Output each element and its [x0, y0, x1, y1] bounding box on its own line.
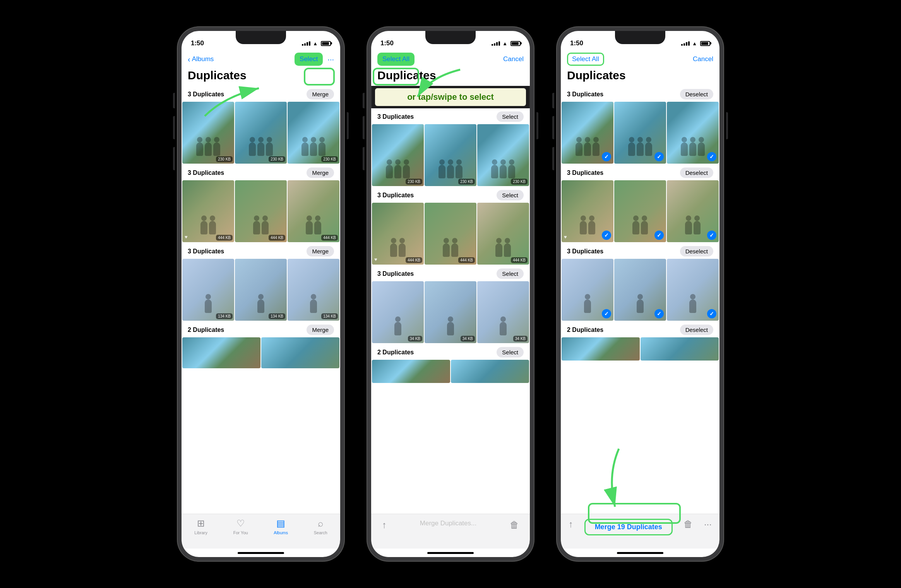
- notch-3: [615, 31, 665, 44]
- page-title-3: Duplicates: [567, 69, 713, 82]
- nav-bar-1: ‹ Albums Select ···: [182, 50, 340, 69]
- photo-check: ✓: [602, 152, 611, 161]
- status-icons-3: ▲: [681, 41, 710, 46]
- photo-size-badge: 230 KB: [511, 179, 528, 185]
- select-button-1[interactable]: Select: [295, 53, 323, 66]
- dup-header-2-1: 3 Duplicates Select: [371, 108, 530, 124]
- page-title-bar-2: Duplicates: [371, 69, 530, 86]
- tab-foryou-label-1: For You: [233, 530, 248, 535]
- silent-switch: [173, 93, 175, 108]
- merge-19-duplicates-button[interactable]: Merge 19 Duplicates: [584, 519, 673, 535]
- library-icon: ⊞: [197, 518, 205, 529]
- select-all-button-2[interactable]: Select All: [377, 53, 415, 66]
- photo-strip-2-2: ♥ 444 KB 444 KB 444 KB: [371, 203, 530, 265]
- phone3-wrapper: 1:50 ▲ Select All Cancel Duplicates: [557, 27, 723, 561]
- photo-cell: [261, 337, 339, 368]
- merge-button-1-4[interactable]: Merge: [307, 325, 334, 335]
- photo-strip-1-3: 134 KB 134 KB 134 KB: [182, 259, 340, 321]
- tab-search-1[interactable]: ⌕ Search: [314, 518, 327, 535]
- deselect-button-3-1[interactable]: Deselect: [680, 89, 713, 99]
- more-icon-3[interactable]: ···: [704, 519, 712, 530]
- battery-fill-2: [512, 42, 519, 45]
- select-group-button-2-2[interactable]: Select: [497, 190, 524, 200]
- heart-icon: ♥: [564, 234, 567, 240]
- battery-icon-1: [321, 41, 331, 46]
- select-all-button-3[interactable]: Select All: [567, 53, 604, 66]
- photo-strip-1-4: [182, 337, 340, 368]
- signal-icon-2: [492, 41, 500, 46]
- tab-bar-1: ⊞ Library ♡ For You ▤ Albums ⌕ Search: [182, 514, 340, 549]
- photo-check: ✓: [602, 231, 611, 240]
- deselect-button-3-2[interactable]: Deselect: [680, 168, 713, 178]
- photo-cell: 230 KB: [425, 124, 476, 186]
- trash-icon-2[interactable]: 🗑: [510, 520, 519, 530]
- photo-size-badge: 230 KB: [321, 156, 338, 162]
- photo-cell: 230 KB: [477, 124, 529, 186]
- dup-group-3-4: 2 Duplicates Deselect: [561, 321, 719, 361]
- photo-strip-3-2: ♥ ✓ ✓ ✓: [561, 180, 719, 242]
- home-indicator-2: [371, 549, 530, 557]
- nav-bar-3: Select All Cancel: [561, 50, 719, 69]
- photo-cell: [641, 337, 719, 361]
- status-icons-1: ▲: [302, 41, 331, 46]
- select-group-button-2-3[interactable]: Select: [497, 268, 524, 279]
- deselect-button-3-4[interactable]: Deselect: [680, 325, 713, 335]
- cancel-button-2[interactable]: Cancel: [503, 55, 524, 63]
- photo-cell: ♥ ✓: [562, 180, 613, 242]
- nav-bar-2: Select All Cancel: [371, 50, 530, 69]
- dup-group-3-1: 3 Duplicates Deselect ✓ ✓ ✓: [561, 86, 719, 164]
- dup-label-1-1: 3 Duplicates: [188, 91, 224, 98]
- photo-cell: 444 KB: [425, 203, 476, 265]
- power-button-2: [536, 112, 538, 139]
- merge-button-1-1[interactable]: Merge: [307, 89, 334, 99]
- photo-size-badge: 444 KB: [321, 235, 338, 241]
- dup-label-3-2: 3 Duplicates: [567, 169, 603, 176]
- photo-size-badge: 34 KB: [408, 336, 422, 342]
- select-group-button-2-4[interactable]: Select: [497, 347, 524, 357]
- volume-up-button-3: [552, 116, 554, 139]
- more-button-1[interactable]: ···: [327, 55, 334, 64]
- dup-header-1-4: 2 Duplicates Merge: [182, 321, 340, 337]
- photo-size-badge: 34 KB: [513, 336, 528, 342]
- photo-cell: 230 KB: [235, 102, 287, 164]
- select-group-button-2-1[interactable]: Select: [497, 111, 524, 122]
- merge-duplicates-label: Merge Duplicates...: [420, 520, 476, 527]
- home-bar-1: [238, 552, 284, 554]
- notch: [236, 31, 286, 44]
- volume-down-button-2: [363, 147, 365, 170]
- photo-size-badge: 444 KB: [458, 257, 475, 263]
- dup-header-3-2: 3 Duplicates Deselect: [561, 164, 719, 180]
- back-button-1[interactable]: ‹ Albums: [188, 55, 214, 64]
- scroll-content-3: 3 Duplicates Deselect ✓ ✓ ✓: [561, 86, 719, 514]
- merge-button-1-3[interactable]: Merge: [307, 246, 334, 256]
- dup-label-1-3: 3 Duplicates: [188, 248, 224, 255]
- photo-cell: ✓: [614, 102, 666, 164]
- tab-search-label-1: Search: [314, 530, 327, 535]
- heart-icon: ♥: [374, 256, 377, 262]
- dup-header-1-1: 3 Duplicates Merge: [182, 86, 340, 102]
- notch-2: [425, 31, 476, 44]
- battery-icon-3: [700, 41, 710, 46]
- tab-library-1[interactable]: ⊞ Library: [194, 518, 207, 535]
- photo-size-badge: 134 KB: [321, 313, 338, 319]
- tab-foryou-1[interactable]: ♡ For You: [233, 518, 248, 535]
- status-time-1: 1:50: [191, 39, 204, 47]
- share-icon-3[interactable]: ↑: [569, 519, 573, 530]
- photo-size-badge: 34 KB: [461, 336, 475, 342]
- dup-header-3-1: 3 Duplicates Deselect: [561, 86, 719, 102]
- cancel-button-3[interactable]: Cancel: [693, 55, 713, 63]
- share-icon-2[interactable]: ↑: [382, 520, 387, 530]
- home-indicator-3: [561, 549, 719, 557]
- photo-strip-3-4: [561, 337, 719, 361]
- trash-icon-3[interactable]: 🗑: [683, 519, 693, 530]
- photo-cell: [372, 360, 450, 383]
- dup-group-3-2: 3 Duplicates Deselect ♥ ✓ ✓ ✓: [561, 164, 719, 242]
- albums-icon: ▤: [276, 518, 285, 529]
- deselect-button-3-3[interactable]: Deselect: [680, 246, 713, 256]
- photo-cell: [182, 337, 260, 368]
- volume-down-button: [173, 147, 175, 170]
- dup-header-3-3: 3 Duplicates Deselect: [561, 243, 719, 259]
- photo-size-badge: 230 KB: [216, 156, 233, 162]
- tab-albums-1[interactable]: ▤ Albums: [274, 518, 288, 535]
- merge-button-1-2[interactable]: Merge: [307, 168, 334, 178]
